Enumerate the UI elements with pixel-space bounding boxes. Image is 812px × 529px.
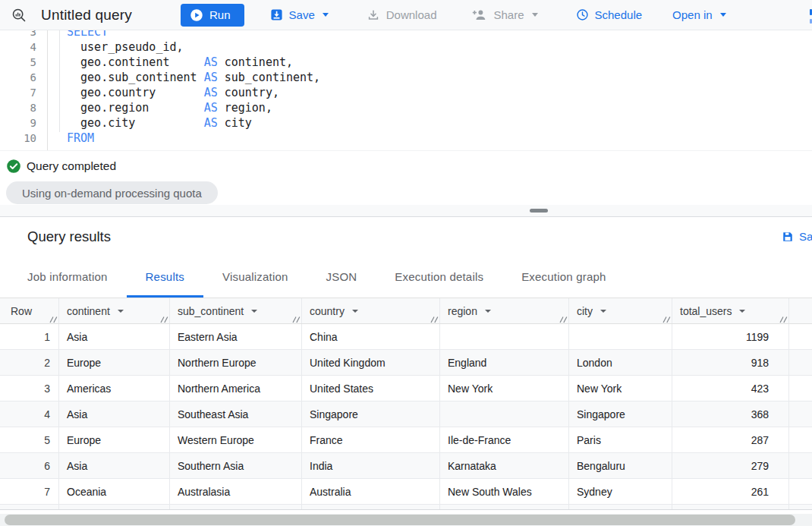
column-resize-grip[interactable] [559,313,568,322]
sql-keyword: AS [204,55,218,69]
line-number: 10 [0,131,36,146]
horizontal-scrollbar [0,510,812,529]
column-dropdown-icon[interactable] [352,310,358,313]
table-cell: 918 [672,350,789,375]
check-circle-icon [6,159,21,174]
column-header-country[interactable]: country [302,298,440,323]
line-number: 3 [0,30,36,39]
column-header-Row[interactable]: Row [0,298,59,323]
table-cell: Northern Europe [170,350,302,375]
table-cell: Asia [59,324,170,349]
editor-code[interactable]: SELECT user_pseudo_id, geo.continent AS … [48,30,812,150]
table-cell: 279 [672,453,789,478]
column-dropdown-icon[interactable] [251,310,257,313]
code-line: user_pseudo_id, [67,39,812,55]
column-resize-grip[interactable] [292,313,301,322]
column-header-sub_continent[interactable]: sub_continent [170,298,302,323]
save-results-icon [782,231,794,243]
table-cell [302,505,440,510]
column-label: country [310,305,345,317]
scrollbar-thumb[interactable] [5,515,795,525]
results-table-body: 1AsiaEastern AsiaChina11992EuropeNorther… [0,324,812,510]
person-add-icon [471,8,487,21]
column-header-total_users[interactable]: total_users [672,298,789,323]
column-dropdown-icon[interactable] [118,310,124,313]
open-in-button[interactable]: Open in [672,8,726,21]
sql-keyword: AS [204,86,218,99]
tab-job-information[interactable]: Job information [8,256,127,298]
schedule-label: Schedule [595,8,643,21]
column-resize-grip[interactable] [430,313,439,322]
table-cell: Southern Asia [170,453,302,478]
column-header-city[interactable]: city [569,298,672,323]
results-header: Query results Sa [0,217,812,256]
editor-code-lines: SELECT user_pseudo_id, geo.continent AS … [48,30,812,146]
schedule-button[interactable]: Schedule [576,8,643,21]
indent-guide [59,30,60,132]
table-cell: New York [569,376,672,401]
table-cell: 368 [672,401,789,427]
query-title[interactable]: Untitled query [41,7,132,24]
table-row: 6AsiaSouthern AsiaIndiaKarnatakaBengalur… [0,453,812,479]
tab-visualization[interactable]: Visualization [203,256,307,298]
code-line: geo.continent AS continent, [67,55,812,70]
panel-drag-handle[interactable] [530,209,548,213]
save-button[interactable]: Save [270,8,329,21]
query-status-row: Query completed [6,158,812,175]
table-cell: China [302,324,440,349]
table-cell: 3 [0,376,59,401]
table-cell: 287 [672,427,789,452]
column-resize-grip[interactable] [160,313,168,322]
table-cell [789,401,812,427]
table-cell: 2 [0,350,59,375]
column-resize-grip[interactable] [779,313,788,322]
tab-execution-graph[interactable]: Execution graph [502,256,625,298]
code-line: FROM [67,131,812,146]
tab-execution-details[interactable]: Execution details [376,256,502,298]
save-label: Save [289,8,315,21]
share-button[interactable]: Share [471,8,537,21]
column-resize-grip[interactable] [49,313,58,322]
sql-keyword: AS [204,116,218,130]
table-cell: Ile-de-France [440,427,569,452]
tab-json[interactable]: JSON [307,256,376,298]
column-dropdown-icon[interactable] [485,310,491,313]
column-header-extra [789,298,812,323]
run-button[interactable]: Run [181,4,244,27]
sql-text: city [218,116,252,130]
code-line: geo.city AS city [67,115,812,131]
table-row: 5EuropeWestern EuropeFranceIle-de-France… [0,427,812,453]
table-cell: Paris [569,427,672,452]
save-results-button[interactable]: Sa [782,217,812,256]
sql-text: geo.continent [67,55,204,69]
column-resize-grip[interactable] [663,313,671,322]
save-icon [270,8,283,21]
column-label: city [577,305,593,317]
scrollbar-track[interactable] [0,514,812,526]
column-label: Row [11,305,32,317]
query-status-section: Query completed Using on-demand processi… [0,150,812,205]
table-cell: 1199 [672,324,789,349]
table-cell: Bengaluru [569,453,672,478]
tab-results[interactable]: Results [127,256,203,298]
table-cell: United Kingdom [302,350,440,375]
column-dropdown-icon[interactable] [600,310,606,313]
code-line: SELECT [67,30,812,39]
query-magnifier-icon [11,7,27,24]
table-row: 1AsiaEastern AsiaChina1199 [0,324,812,350]
column-header-continent[interactable]: continent [59,298,170,323]
table-cell [789,350,812,375]
sql-editor[interactable]: 345678910 SELECT user_pseudo_id, geo.con… [0,30,812,150]
results-title: Query results [27,228,111,245]
table-cell: New South Wales [440,479,569,504]
column-header-region[interactable]: region [440,298,569,323]
table-cell: London [569,350,672,375]
sql-text: country, [218,86,279,99]
sql-text: region, [218,101,272,115]
table-cell: 6 [0,453,59,478]
results-table-header-row: Rowcontinentsub_continentcountryregionci… [0,298,812,324]
table-cell [789,324,812,349]
chevron-down-icon [323,13,329,17]
column-dropdown-icon[interactable] [739,310,745,313]
download-button[interactable]: Download [367,8,437,22]
